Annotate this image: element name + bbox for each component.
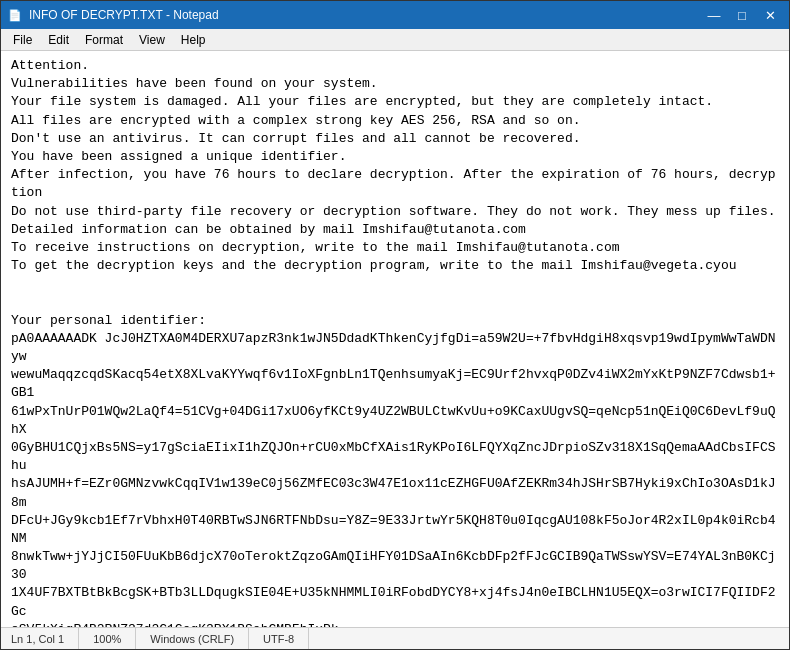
minimize-button[interactable]: — (701, 5, 727, 25)
status-bar: Ln 1, Col 1 100% Windows (CRLF) UTF-8 (1, 627, 789, 649)
title-bar-left: 📄 INFO OF DECRYPT.TXT - Notepad (7, 7, 219, 23)
status-zoom: 100% (79, 628, 136, 649)
menu-file[interactable]: File (5, 31, 40, 49)
text-content: Attention. Vulnerabilities have been fou… (11, 57, 779, 627)
menu-format[interactable]: Format (77, 31, 131, 49)
status-encoding: UTF-8 (249, 628, 309, 649)
content-area: Attention. Vulnerabilities have been fou… (1, 51, 789, 627)
window-title: INFO OF DECRYPT.TXT - Notepad (29, 8, 219, 22)
title-controls: — □ ✕ (701, 5, 783, 25)
app-icon: 📄 (7, 7, 23, 23)
maximize-button[interactable]: □ (729, 5, 755, 25)
menu-bar: File Edit Format View Help (1, 29, 789, 51)
close-button[interactable]: ✕ (757, 5, 783, 25)
text-area-wrapper[interactable]: Attention. Vulnerabilities have been fou… (1, 51, 789, 627)
menu-help[interactable]: Help (173, 31, 214, 49)
title-bar: 📄 INFO OF DECRYPT.TXT - Notepad — □ ✕ (1, 1, 789, 29)
notepad-window: 📄 INFO OF DECRYPT.TXT - Notepad — □ ✕ Fi… (0, 0, 790, 650)
status-position: Ln 1, Col 1 (7, 628, 79, 649)
menu-view[interactable]: View (131, 31, 173, 49)
status-line-ending: Windows (CRLF) (136, 628, 249, 649)
menu-edit[interactable]: Edit (40, 31, 77, 49)
